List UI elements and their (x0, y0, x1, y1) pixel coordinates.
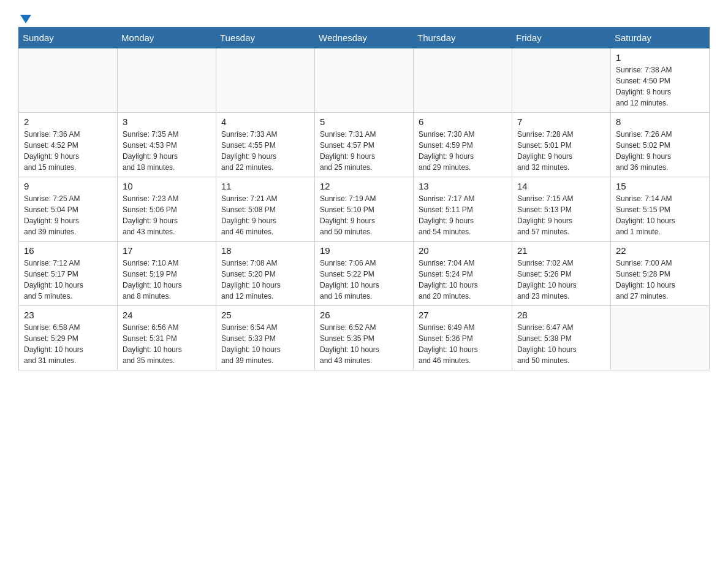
day-number: 18 (221, 245, 309, 256)
day-number: 23 (24, 310, 112, 320)
day-number: 7 (517, 117, 605, 127)
calendar-cell: 6Sunrise: 7:30 AM Sunset: 4:59 PM Daylig… (414, 113, 512, 177)
day-info: Sunrise: 7:19 AM Sunset: 5:10 PM Dayligh… (320, 193, 408, 237)
calendar-week-row: 16Sunrise: 7:12 AM Sunset: 5:17 PM Dayli… (19, 242, 710, 306)
day-info: Sunrise: 7:06 AM Sunset: 5:22 PM Dayligh… (320, 258, 408, 302)
day-info: Sunrise: 7:21 AM Sunset: 5:08 PM Dayligh… (221, 193, 309, 237)
calendar-cell: 19Sunrise: 7:06 AM Sunset: 5:22 PM Dayli… (315, 242, 414, 306)
calendar-cell (19, 48, 118, 113)
calendar-header-row: SundayMondayTuesdayWednesdayThursdayFrid… (19, 28, 710, 48)
day-number: 3 (123, 117, 211, 127)
day-info: Sunrise: 6:49 AM Sunset: 5:36 PM Dayligh… (419, 322, 507, 366)
svg-marker-0 (20, 15, 31, 23)
day-info: Sunrise: 7:10 AM Sunset: 5:19 PM Dayligh… (123, 258, 211, 302)
weekday-header-wednesday: Wednesday (315, 28, 414, 48)
day-number: 17 (123, 245, 211, 256)
calendar-cell: 14Sunrise: 7:15 AM Sunset: 5:13 PM Dayli… (512, 177, 611, 242)
day-number: 21 (517, 245, 605, 256)
day-info: Sunrise: 7:23 AM Sunset: 5:06 PM Dayligh… (123, 193, 211, 237)
weekday-header-monday: Monday (118, 28, 216, 48)
calendar-cell (611, 306, 710, 370)
calendar-cell: 23Sunrise: 6:58 AM Sunset: 5:29 PM Dayli… (19, 306, 118, 370)
weekday-header-saturday: Saturday (611, 28, 710, 48)
day-info: Sunrise: 6:54 AM Sunset: 5:33 PM Dayligh… (221, 322, 309, 366)
logo-triangle-icon (20, 15, 31, 23)
day-number: 8 (616, 117, 704, 127)
calendar-cell: 17Sunrise: 7:10 AM Sunset: 5:19 PM Dayli… (118, 242, 216, 306)
page-header (18, 12, 710, 21)
day-number: 1 (616, 52, 704, 63)
day-info: Sunrise: 7:14 AM Sunset: 5:15 PM Dayligh… (616, 193, 704, 237)
day-number: 27 (419, 310, 507, 320)
day-info: Sunrise: 7:33 AM Sunset: 4:55 PM Dayligh… (221, 129, 309, 173)
weekday-header-sunday: Sunday (19, 28, 118, 48)
day-number: 2 (24, 117, 112, 127)
calendar-cell: 3Sunrise: 7:35 AM Sunset: 4:53 PM Daylig… (118, 113, 216, 177)
calendar-week-row: 23Sunrise: 6:58 AM Sunset: 5:29 PM Dayli… (19, 306, 710, 370)
day-number: 15 (616, 181, 704, 191)
day-number: 16 (24, 245, 112, 256)
calendar-cell: 2Sunrise: 7:36 AM Sunset: 4:52 PM Daylig… (19, 113, 118, 177)
calendar-cell: 28Sunrise: 6:47 AM Sunset: 5:38 PM Dayli… (512, 306, 611, 370)
calendar-cell (216, 48, 315, 113)
calendar-cell: 4Sunrise: 7:33 AM Sunset: 4:55 PM Daylig… (216, 113, 315, 177)
calendar-cell: 26Sunrise: 6:52 AM Sunset: 5:35 PM Dayli… (315, 306, 414, 370)
calendar-week-row: 9Sunrise: 7:25 AM Sunset: 5:04 PM Daylig… (19, 177, 710, 242)
day-info: Sunrise: 6:47 AM Sunset: 5:38 PM Dayligh… (517, 322, 605, 366)
day-info: Sunrise: 6:58 AM Sunset: 5:29 PM Dayligh… (24, 322, 112, 366)
day-number: 11 (221, 181, 309, 191)
day-info: Sunrise: 7:30 AM Sunset: 4:59 PM Dayligh… (419, 129, 507, 173)
day-info: Sunrise: 7:02 AM Sunset: 5:26 PM Dayligh… (517, 258, 605, 302)
day-number: 6 (419, 117, 507, 127)
day-info: Sunrise: 7:35 AM Sunset: 4:53 PM Dayligh… (123, 129, 211, 173)
day-info: Sunrise: 7:25 AM Sunset: 5:04 PM Dayligh… (24, 193, 112, 237)
day-info: Sunrise: 7:00 AM Sunset: 5:28 PM Dayligh… (616, 258, 704, 302)
calendar-cell: 9Sunrise: 7:25 AM Sunset: 5:04 PM Daylig… (19, 177, 118, 242)
day-number: 9 (24, 181, 112, 191)
day-number: 25 (221, 310, 309, 320)
day-info: Sunrise: 7:17 AM Sunset: 5:11 PM Dayligh… (419, 193, 507, 237)
day-number: 20 (419, 245, 507, 256)
day-number: 12 (320, 181, 408, 191)
day-number: 24 (123, 310, 211, 320)
calendar-cell (512, 48, 611, 113)
day-info: Sunrise: 7:31 AM Sunset: 4:57 PM Dayligh… (320, 129, 408, 173)
day-info: Sunrise: 7:04 AM Sunset: 5:24 PM Dayligh… (419, 258, 507, 302)
day-info: Sunrise: 7:36 AM Sunset: 4:52 PM Dayligh… (24, 129, 112, 173)
day-number: 4 (221, 117, 309, 127)
calendar-cell: 16Sunrise: 7:12 AM Sunset: 5:17 PM Dayli… (19, 242, 118, 306)
calendar-cell: 7Sunrise: 7:28 AM Sunset: 5:01 PM Daylig… (512, 113, 611, 177)
day-number: 14 (517, 181, 605, 191)
calendar-cell (118, 48, 216, 113)
day-info: Sunrise: 7:38 AM Sunset: 4:50 PM Dayligh… (616, 64, 704, 109)
calendar-table: SundayMondayTuesdayWednesdayThursdayFrid… (18, 27, 710, 370)
weekday-header-thursday: Thursday (414, 28, 512, 48)
day-info: Sunrise: 7:28 AM Sunset: 5:01 PM Dayligh… (517, 129, 605, 173)
calendar-cell: 27Sunrise: 6:49 AM Sunset: 5:36 PM Dayli… (414, 306, 512, 370)
day-number: 5 (320, 117, 408, 127)
calendar-cell: 11Sunrise: 7:21 AM Sunset: 5:08 PM Dayli… (216, 177, 315, 242)
day-info: Sunrise: 6:56 AM Sunset: 5:31 PM Dayligh… (123, 322, 211, 366)
calendar-week-row: 1Sunrise: 7:38 AM Sunset: 4:50 PM Daylig… (19, 48, 710, 113)
calendar-week-row: 2Sunrise: 7:36 AM Sunset: 4:52 PM Daylig… (19, 113, 710, 177)
calendar-cell: 8Sunrise: 7:26 AM Sunset: 5:02 PM Daylig… (611, 113, 710, 177)
day-number: 26 (320, 310, 408, 320)
day-number: 28 (517, 310, 605, 320)
day-number: 19 (320, 245, 408, 256)
day-info: Sunrise: 7:26 AM Sunset: 5:02 PM Dayligh… (616, 129, 704, 173)
day-info: Sunrise: 7:15 AM Sunset: 5:13 PM Dayligh… (517, 193, 605, 237)
calendar-cell: 5Sunrise: 7:31 AM Sunset: 4:57 PM Daylig… (315, 113, 414, 177)
calendar-cell (414, 48, 512, 113)
calendar-cell: 24Sunrise: 6:56 AM Sunset: 5:31 PM Dayli… (118, 306, 216, 370)
day-number: 22 (616, 245, 704, 256)
calendar-cell: 15Sunrise: 7:14 AM Sunset: 5:15 PM Dayli… (611, 177, 710, 242)
logo (18, 12, 31, 21)
calendar-cell: 18Sunrise: 7:08 AM Sunset: 5:20 PM Dayli… (216, 242, 315, 306)
weekday-header-tuesday: Tuesday (216, 28, 315, 48)
day-info: Sunrise: 7:12 AM Sunset: 5:17 PM Dayligh… (24, 258, 112, 302)
calendar-cell: 21Sunrise: 7:02 AM Sunset: 5:26 PM Dayli… (512, 242, 611, 306)
calendar-cell: 10Sunrise: 7:23 AM Sunset: 5:06 PM Dayli… (118, 177, 216, 242)
calendar-cell: 25Sunrise: 6:54 AM Sunset: 5:33 PM Dayli… (216, 306, 315, 370)
day-number: 13 (419, 181, 507, 191)
day-number: 10 (123, 181, 211, 191)
